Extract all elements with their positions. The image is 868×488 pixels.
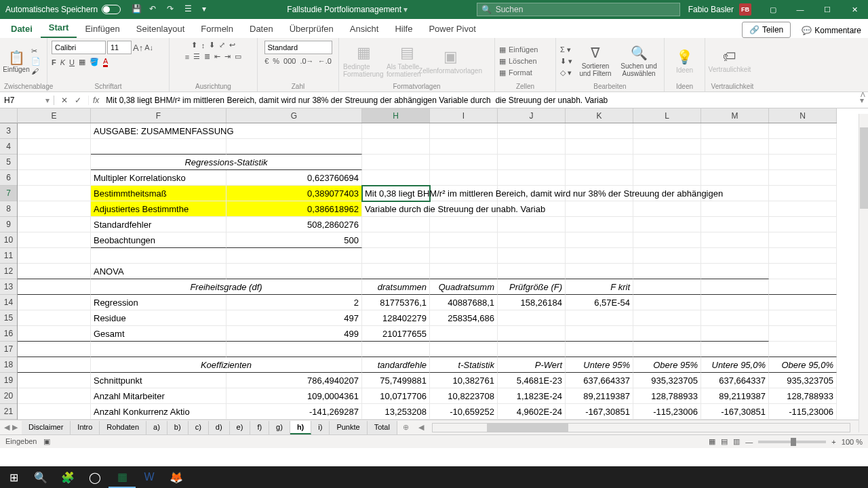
find-select-button[interactable]: 🔍Suchen und Auswählen (618, 45, 659, 77)
cell-M8[interactable] (701, 201, 769, 217)
cell-M17[interactable] (701, 342, 769, 357)
cell-N21[interactable]: -115,23006 (769, 404, 837, 420)
cell-L11[interactable] (633, 248, 701, 264)
cell-F8[interactable]: Adjustiertes Bestimmthe (91, 201, 226, 217)
align-bottom-icon[interactable]: ⬇ (209, 41, 215, 49)
normal-view-icon[interactable]: ▦ (709, 437, 715, 446)
tab-help[interactable]: Hilfe (387, 20, 420, 38)
cell-N17[interactable] (769, 342, 837, 357)
cell-E13[interactable] (18, 279, 91, 295)
row-header-10[interactable]: 10 (0, 232, 17, 248)
col-header-K[interactable]: K (566, 108, 633, 123)
horizontal-scrollbar[interactable] (432, 423, 850, 432)
align-left-icon[interactable]: ≡ (185, 53, 189, 61)
zoom-level[interactable]: 100 % (842, 438, 863, 446)
cell-N20[interactable]: 128,788933 (769, 388, 837, 404)
col-header-H[interactable]: H (362, 108, 430, 123)
col-header-L[interactable]: L (633, 108, 701, 123)
cell-M4[interactable] (701, 139, 769, 155)
cell-G16[interactable]: 499 (226, 326, 362, 342)
cell-K14[interactable]: 6,57E-54 (566, 295, 633, 310)
font-size-input[interactable] (107, 41, 132, 54)
cell-G4[interactable] (226, 139, 362, 155)
inc-decimal-icon[interactable]: .0→ (300, 57, 313, 65)
cell-F21[interactable]: Anzahl Konkurrenz Aktio (91, 404, 226, 420)
align-top-icon[interactable]: ⬆ (191, 41, 197, 49)
cell-H10[interactable] (362, 232, 430, 248)
cell-F3[interactable]: AUSGABE: ZUSAMMENFASSUNG (91, 123, 226, 139)
name-box[interactable]: H7▾ (0, 96, 54, 105)
cell-N10[interactable] (769, 232, 837, 248)
cell-F9[interactable]: Standardfehler (91, 217, 226, 232)
italic-button[interactable]: K (60, 58, 65, 66)
cell-M3[interactable] (701, 123, 769, 139)
share-button[interactable]: 🔗 Teilen (742, 22, 791, 38)
firefox-taskbar-icon[interactable]: 🦊 (163, 466, 190, 488)
row-header-7[interactable]: 7 (0, 186, 17, 201)
cell-G15[interactable]: 497 (226, 310, 362, 326)
cell-E10[interactable] (18, 232, 91, 248)
row-header-18[interactable]: 18 (0, 357, 17, 373)
select-all-button[interactable] (0, 108, 18, 123)
cell-E3[interactable] (18, 123, 91, 139)
sheet-tab-b)[interactable]: b) (167, 421, 189, 434)
cell-H14[interactable]: 81775376,1 (362, 295, 430, 310)
row-headers[interactable]: 3456789101112131415161718192021 (0, 123, 18, 420)
cell-E7[interactable] (18, 186, 91, 201)
col-header-E[interactable]: E (18, 108, 91, 123)
col-header-N[interactable]: N (769, 108, 837, 123)
cell-K21[interactable]: -167,30851 (566, 404, 633, 420)
cell-H15[interactable]: 128402279 (362, 310, 430, 326)
align-middle-icon[interactable]: ↕ (201, 41, 205, 49)
cell-L5[interactable] (633, 155, 701, 170)
cell-I14[interactable]: 40887688,1 (430, 295, 498, 310)
cell-G6[interactable]: 0,623760694 (226, 170, 362, 186)
minimize-button[interactable]: — (787, 0, 814, 19)
cell-J20[interactable]: 1,1823E-24 (498, 388, 566, 404)
row-header-14[interactable]: 14 (0, 295, 17, 310)
word-taskbar-icon[interactable]: W (136, 466, 163, 488)
sensitivity-button[interactable]: 🏷Vertraulichkeit (709, 49, 750, 73)
sheet-tab-c)[interactable]: c) (189, 421, 209, 434)
cell-E12[interactable] (18, 264, 91, 279)
number-format-input[interactable] (264, 41, 332, 54)
cell-F14[interactable]: Regression (91, 295, 226, 310)
cell-F15[interactable]: Residue (91, 310, 226, 326)
cell-L3[interactable] (633, 123, 701, 139)
tab-review[interactable]: Überprüfen (281, 20, 342, 38)
cell-M21[interactable]: -167,30851 (701, 404, 769, 420)
column-headers[interactable]: EFGHIJKLMN (18, 108, 837, 123)
cell-G21[interactable]: -141,269287 (226, 404, 362, 420)
cell-I21[interactable]: -10,659252 (430, 404, 498, 420)
tab-powerpivot[interactable]: Power Pivot (420, 20, 484, 38)
cell-I20[interactable]: 10,8223708 (430, 388, 498, 404)
cell-F12[interactable]: ANOVA (91, 264, 226, 279)
cell-E16[interactable] (18, 326, 91, 342)
cell-K20[interactable]: 89,2119387 (566, 388, 633, 404)
sheet-tab-Intro[interactable]: Intro (71, 421, 100, 434)
cell-H18[interactable]: tandardfehle (362, 357, 430, 373)
cell-H8[interactable]: Variable durch die Streuung der unabh. V… (362, 201, 430, 217)
row-header-16[interactable]: 16 (0, 326, 17, 342)
cell-K8[interactable] (566, 201, 633, 217)
cell-L9[interactable] (633, 217, 701, 232)
cell-H6[interactable] (362, 170, 430, 186)
scroll-thumb[interactable] (860, 127, 868, 209)
cell-I16[interactable] (430, 326, 498, 342)
cell-K10[interactable] (566, 232, 633, 248)
start-button[interactable]: ⊞ (0, 466, 27, 488)
delete-cells-button[interactable]: ▦ Löschen (499, 56, 538, 66)
more-icon[interactable]: ▾ (202, 4, 213, 15)
fx-icon[interactable]: fx (89, 96, 103, 105)
tab-start[interactable]: Start (41, 18, 77, 38)
cell-H5[interactable] (362, 155, 430, 170)
cell-N5[interactable] (769, 155, 837, 170)
row-header-5[interactable]: 5 (0, 155, 17, 170)
align-right-icon[interactable]: ≣ (204, 52, 210, 61)
cell-L4[interactable] (633, 139, 701, 155)
sheet-tab-i)[interactable]: i) (311, 421, 330, 434)
confirm-edit-icon[interactable]: ✓ (75, 96, 81, 105)
row-header-21[interactable]: 21 (0, 404, 17, 420)
cell-H21[interactable]: 13,253208 (362, 404, 430, 420)
cell-E4[interactable] (18, 139, 91, 155)
